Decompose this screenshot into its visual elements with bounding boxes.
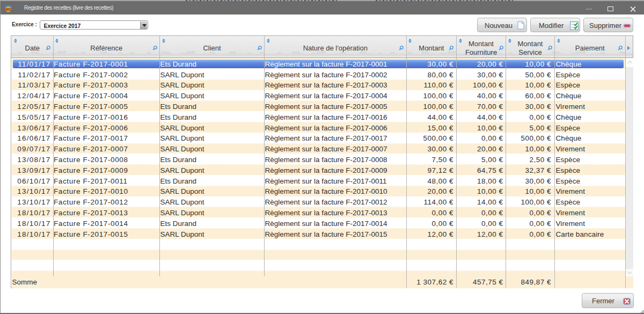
svg-text:WD: WD xyxy=(5,8,11,11)
